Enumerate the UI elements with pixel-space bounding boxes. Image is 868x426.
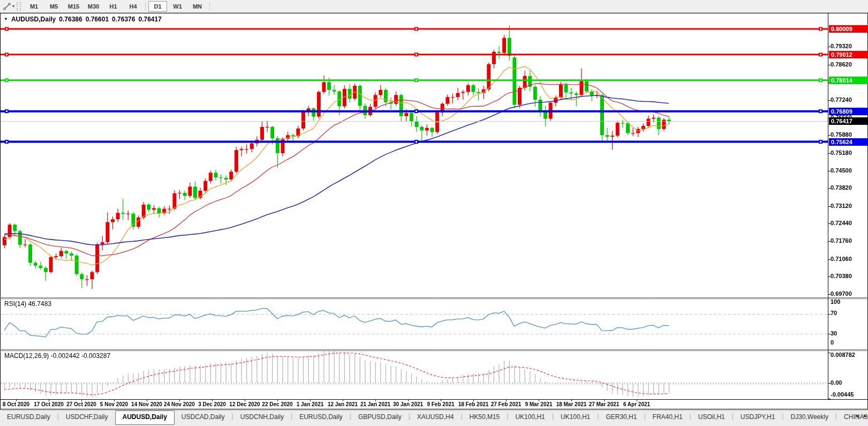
chart-symbol-period: AUDUSD,Daily xyxy=(11,16,56,23)
price-axis-tick-label: 0.79320 xyxy=(831,43,852,49)
rsi-axis-label: 30 xyxy=(831,330,837,337)
ohlc-close: 0.76417 xyxy=(138,16,161,23)
timeframe-button-h4[interactable]: H4 xyxy=(124,1,142,12)
timeframe-button-m1[interactable]: M1 xyxy=(25,1,43,12)
price-axis-tick-label: 0.77240 xyxy=(831,96,852,103)
tab-scroll-right-icon[interactable]: ▸ xyxy=(863,412,867,420)
cursor-dropdown-caret-icon[interactable]: ▾ xyxy=(12,4,14,9)
chart-tab-eurusd-daily[interactable]: EURUSD,Daily xyxy=(0,410,57,423)
chart-tab-ger30-h1[interactable]: GER30,H1 xyxy=(599,410,644,423)
chart-tab-uk100-h1[interactable]: UK100,H1 xyxy=(508,410,552,423)
timeframe-button-w1[interactable]: W1 xyxy=(168,1,187,12)
level-price-badge: 0.80009 xyxy=(829,25,868,33)
ohlc-low: 0.76376 xyxy=(112,16,135,23)
date-axis-label: 6 Apr 2021 xyxy=(612,401,661,407)
timeframe-buttons-group: M1M5M15M30H1H4D1W1MN xyxy=(24,1,212,12)
rsi-axis-label: 70 xyxy=(831,310,837,316)
price-axis-tick-label: 0.75180 xyxy=(831,150,852,156)
chart-tab-xauusd-h4[interactable]: XAUUSD,H4 xyxy=(410,410,461,423)
current-price-badge: 0.76417 xyxy=(829,117,868,125)
chart-tab-bar: EURUSD,Daily|USDCHF,DailyAUDUSD,DailyUSD… xyxy=(0,410,868,426)
rsi-axis-label: 100 xyxy=(831,298,840,305)
level-price-badge: 0.76809 xyxy=(829,108,868,115)
price-axis-tick-label: 0.72440 xyxy=(831,220,852,226)
price-axis-tick-label: 0.70380 xyxy=(831,273,852,279)
macd-axis-label: 0.00 xyxy=(831,379,842,386)
timeframe-button-h1[interactable]: H1 xyxy=(104,1,123,12)
chart-tab-usdcad-daily[interactable]: USDCAD,Daily xyxy=(175,410,232,423)
timeframe-toolbar: ▾ M1M5M15M30H1H4D1W1MN xyxy=(0,0,868,13)
tab-scroll-arrows: ◂ ▸ xyxy=(855,412,867,420)
chart-tab-usdjpy-h1[interactable]: USDJPY,H1 xyxy=(734,410,782,423)
chart-tab-usdchf-daily[interactable]: USDCHF,Daily xyxy=(59,410,115,423)
timeframe-group-separator xyxy=(209,2,210,11)
rsi-axis-label: 0 xyxy=(831,339,834,346)
price-axis-tick-label: 0.69700 xyxy=(831,290,852,297)
price-axis-tick-label: 0.73120 xyxy=(831,203,852,209)
timeframe-button-mn[interactable]: MN xyxy=(188,1,207,12)
toolbar-grip[interactable] xyxy=(17,2,21,11)
price-axis-tick-label: 0.71060 xyxy=(831,256,852,262)
timeframe-button-d1[interactable]: D1 xyxy=(148,1,167,12)
macd-axis-label: -0.00445 xyxy=(831,391,854,398)
ohlc-open: 0.76386 xyxy=(59,16,82,23)
chart-tab-usdcnh-daily[interactable]: USDCNH,Daily xyxy=(233,410,291,423)
chart-tab-usoil-h1[interactable]: USOil,H1 xyxy=(691,410,732,423)
chart-tab-audusd-daily[interactable]: AUDUSD,Daily xyxy=(115,410,175,425)
chart-tab-eurusd-daily[interactable]: EURUSD,Daily xyxy=(292,410,350,423)
price-axis-tick-label: 0.71760 xyxy=(831,237,852,244)
chart-tab-uk100-h1[interactable]: UK100,H1 xyxy=(554,410,597,423)
level-price-badge: 0.79012 xyxy=(829,51,868,58)
price-axis-tick-label: 0.74500 xyxy=(831,167,852,174)
chart-tab-dj30-weekly[interactable]: DJ30,Weekly xyxy=(783,410,835,423)
timeframe-button-m5[interactable]: M5 xyxy=(44,1,63,12)
chart-canvas[interactable] xyxy=(0,13,868,410)
timeframe-button-m15[interactable]: M15 xyxy=(64,1,83,12)
chart-ohlc-readout: ▼ AUDUSD,Daily 0.76386 0.76601 0.76376 0… xyxy=(4,16,162,23)
rsi-panel-title: RSI(14) 46.7483 xyxy=(4,300,51,308)
macd-panel-title: MACD(12,26,9) -0.002442 -0.003287 xyxy=(4,352,110,360)
timeframe-button-m30[interactable]: M30 xyxy=(84,1,103,12)
price-axis-tick-label: 0.73820 xyxy=(831,184,852,191)
chart-menu-icon[interactable]: ▼ xyxy=(4,17,8,21)
price-axis-tick-label: 0.75880 xyxy=(831,131,852,138)
ohlc-high: 0.76601 xyxy=(86,16,109,23)
line-studies-cursor-icon[interactable] xyxy=(2,2,12,11)
chart-tab-fra40-h1[interactable]: FRA40,H1 xyxy=(646,410,690,423)
chart-tab-hk50-m15[interactable]: HK50,M15 xyxy=(463,410,507,423)
tab-scroll-left-icon[interactable]: ◂ xyxy=(855,412,859,420)
chart-tab-gbpusd-daily[interactable]: GBPUSD,Daily xyxy=(351,410,409,423)
level-price-badge: 0.78014 xyxy=(829,77,868,84)
price-axis-tick-label: 0.78620 xyxy=(831,61,852,68)
level-price-badge: 0.75624 xyxy=(829,138,868,146)
mt4-terminal: ▾ M1M5M15M30H1H4D1W1MN ▼ AUDUSD,Daily 0.… xyxy=(0,0,868,426)
macd-axis-label: 0.008782 xyxy=(831,352,855,358)
timeframe-group-separator xyxy=(145,2,146,11)
